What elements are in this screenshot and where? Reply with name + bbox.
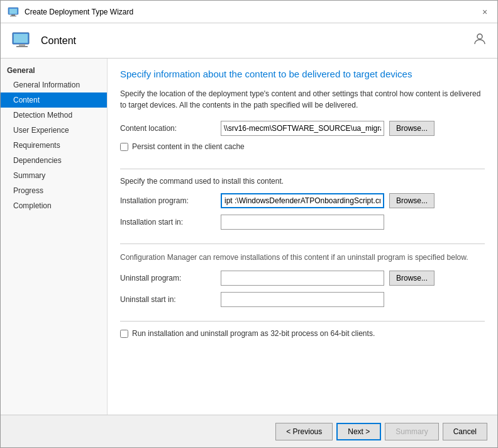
svg-point-8 [477, 34, 482, 39]
sidebar-item-summary[interactable]: Summary [1, 168, 107, 183]
footer: < Previous Next > Summary Cancel [1, 415, 497, 447]
persist-cache-row: Persist content in the client cache [120, 142, 485, 151]
svg-rect-1 [9, 9, 17, 14]
installation-start-in-input[interactable] [221, 215, 384, 230]
install-section-label: Specify the command used to install this… [120, 177, 485, 186]
content-location-label: Content location: [120, 124, 221, 133]
window-title: Create Deployment Type Wizard [25, 8, 133, 16]
installation-program-label: Installation program: [120, 196, 221, 205]
section-separator-2 [120, 244, 485, 244]
uninstall-start-in-row: Uninstall start in: [120, 292, 485, 307]
installation-program-row: Installation program: Browse... [120, 193, 485, 208]
close-button[interactable]: × [479, 6, 491, 18]
sidebar-item-general-information[interactable]: General Information [1, 77, 107, 92]
svg-rect-2 [11, 14, 15, 16]
next-button[interactable]: Next > [336, 423, 381, 440]
uninstall-note: Configuration Manager can remove install… [120, 252, 485, 263]
uninstall-program-input[interactable] [221, 271, 384, 286]
sidebar-item-completion[interactable]: Completion [1, 198, 107, 213]
header-bar: Content [1, 23, 497, 59]
uninstall-start-in-input[interactable] [221, 292, 384, 307]
run-32bit-checkbox[interactable] [120, 330, 128, 338]
sidebar-item-detection-method[interactable]: Detection Method [1, 108, 107, 123]
main-content: Specify information about the content to… [108, 59, 497, 415]
wizard-window: Create Deployment Type Wizard × Content [0, 0, 498, 448]
sidebar-item-progress[interactable]: Progress [1, 183, 107, 198]
svg-rect-7 [16, 46, 28, 47]
content-location-row: Content location: Browse... [120, 121, 485, 136]
header-icon [11, 30, 33, 52]
section-separator-1 [120, 169, 485, 169]
sidebar: General General Information Content Dete… [1, 59, 108, 415]
uninstall-program-row: Uninstall program: Browse... [120, 271, 485, 286]
main-description: Specify the location of the deployment t… [120, 88, 485, 111]
svg-rect-6 [19, 44, 25, 46]
uninstall-start-in-label: Uninstall start in: [120, 295, 221, 304]
run-32bit-label: Run installation and uninstall program a… [132, 329, 375, 338]
summary-button[interactable]: Summary [385, 423, 438, 440]
title-bar: Create Deployment Type Wizard × [1, 1, 497, 23]
sidebar-section-general: General [1, 64, 107, 77]
section-separator-3 [120, 321, 485, 322]
sidebar-item-content[interactable]: Content [1, 92, 107, 108]
sidebar-item-user-experience[interactable]: User Experience [1, 123, 107, 138]
header-title: Content [41, 35, 76, 47]
person-icon [472, 31, 487, 50]
svg-rect-3 [10, 16, 16, 16]
persist-cache-checkbox[interactable] [120, 143, 128, 151]
content-location-browse-button[interactable]: Browse... [389, 121, 434, 136]
main-heading: Specify information about the content to… [120, 69, 485, 79]
installation-start-in-row: Installation start in: [120, 215, 485, 230]
body: General General Information Content Dete… [1, 59, 497, 415]
run-32bit-row: Run installation and uninstall program a… [120, 329, 485, 338]
uninstall-program-label: Uninstall program: [120, 274, 221, 283]
sidebar-item-dependencies[interactable]: Dependencies [1, 153, 107, 168]
uninstall-program-browse-button[interactable]: Browse... [389, 271, 434, 286]
installation-program-input[interactable] [221, 193, 384, 208]
content-location-input[interactable] [221, 121, 384, 136]
cancel-button[interactable]: Cancel [443, 423, 487, 440]
title-bar-left: Create Deployment Type Wizard [7, 6, 133, 18]
svg-rect-5 [14, 34, 28, 43]
sidebar-item-requirements[interactable]: Requirements [1, 138, 107, 153]
persist-cache-label: Persist content in the client cache [132, 142, 245, 151]
installation-program-browse-button[interactable]: Browse... [389, 193, 434, 208]
installation-start-in-label: Installation start in: [120, 218, 221, 227]
title-bar-controls: × [479, 6, 491, 18]
previous-button[interactable]: < Previous [275, 423, 333, 440]
window-icon [7, 6, 19, 18]
